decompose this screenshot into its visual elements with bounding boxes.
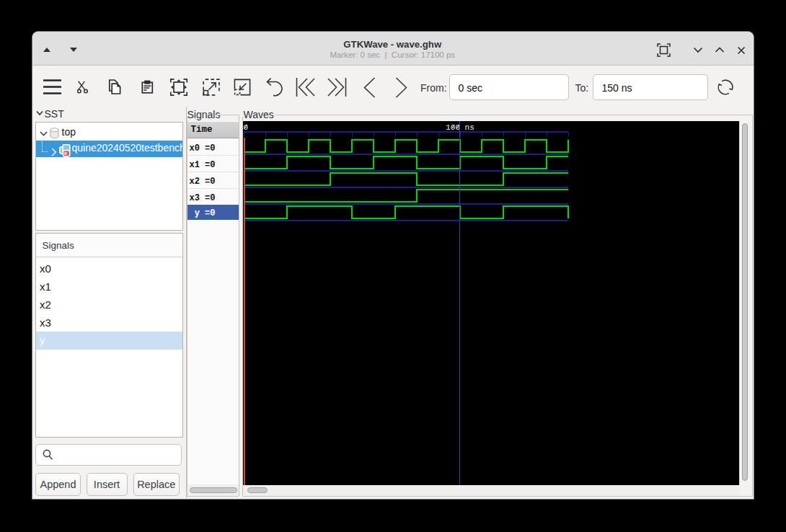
svg-text:0: 0	[243, 123, 248, 132]
